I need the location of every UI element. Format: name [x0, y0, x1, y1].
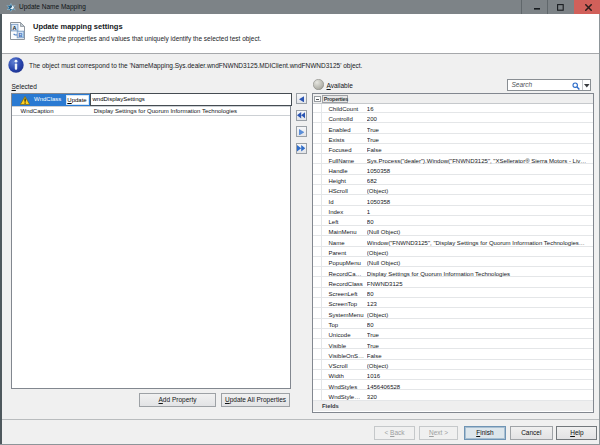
svg-text:B: B: [18, 31, 22, 37]
svg-text:A: A: [13, 24, 17, 30]
